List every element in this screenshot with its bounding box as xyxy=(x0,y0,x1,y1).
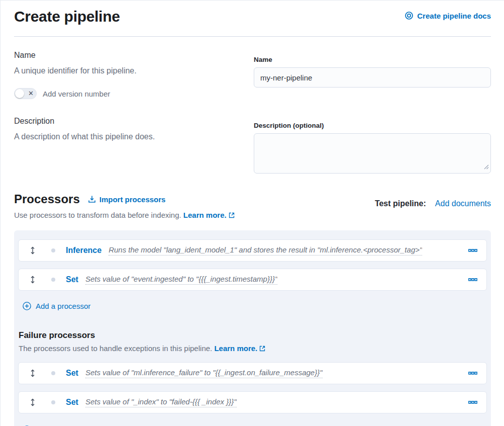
processors-subtitle-text: Use processors to transform data before … xyxy=(14,211,181,219)
test-pipeline-block: Test pipeline: Add documents xyxy=(375,199,491,208)
processor-state-dot xyxy=(51,371,55,375)
create-pipeline-docs-link[interactable]: Create pipeline docs xyxy=(405,11,491,20)
description-group-label: Description xyxy=(14,117,234,126)
processor-menu-button[interactable] xyxy=(466,244,479,257)
processors-subtitle: Use processors to transform data before … xyxy=(14,211,235,220)
drag-handle-icon[interactable] xyxy=(30,369,36,377)
processor-name-link[interactable]: Set xyxy=(66,369,78,378)
processor-state-dot xyxy=(51,400,55,404)
failure-learn-more-link[interactable]: Learn more. xyxy=(214,344,265,353)
add-version-toggle[interactable]: ✕ Add version number xyxy=(14,88,234,99)
name-field-label: Name xyxy=(254,56,491,63)
import-processors-label: Import processors xyxy=(99,195,166,204)
page-header: Create pipeline Create pipeline docs xyxy=(14,7,491,27)
pipeline-description-textarea[interactable] xyxy=(254,133,491,174)
processors-learn-more-link[interactable]: Learn more. xyxy=(183,211,235,219)
processor-name-link[interactable]: Set xyxy=(66,275,78,284)
failure-processors-heading: Failure processors xyxy=(19,330,487,340)
add-processor-label: Add a processor xyxy=(36,302,90,310)
processors-panel: Inference Runs the model "lang_ident_mod… xyxy=(14,230,491,426)
name-group-help: A unique identifier for this pipeline. xyxy=(14,65,234,76)
import-icon xyxy=(88,195,96,203)
add-documents-link[interactable]: Add documents xyxy=(435,199,491,208)
drag-handle-icon[interactable] xyxy=(30,276,36,284)
description-field-label: Description (optional) xyxy=(254,122,491,129)
processor-description: Sets value of "event.ingested" to "{{{_i… xyxy=(85,275,277,285)
drag-handle-icon[interactable] xyxy=(30,398,36,406)
test-pipeline-label: Test pipeline: xyxy=(375,199,426,208)
external-link-icon xyxy=(229,211,235,220)
learn-more-label: Learn more. xyxy=(214,344,257,353)
failure-processors-subtitle: The processors used to handle exceptions… xyxy=(19,344,487,353)
processor-row: Set Sets value of "event.ingested" to "{… xyxy=(18,269,487,291)
page-frame: Create pipeline Create pipeline docs Nam… xyxy=(0,0,504,426)
processor-state-dot xyxy=(51,278,55,282)
description-group-help: A description of what this pipeline does… xyxy=(14,131,234,142)
import-processors-link[interactable]: Import processors xyxy=(88,195,166,204)
docs-link-label: Create pipeline docs xyxy=(417,12,491,20)
toggle-track: ✕ xyxy=(14,88,37,99)
toggle-knob xyxy=(15,89,24,98)
header-divider xyxy=(14,36,491,37)
plus-circle-icon xyxy=(23,302,31,310)
processor-description: Runs the model "lang_ident_model_1" and … xyxy=(109,245,422,255)
processor-description: Sets value of "_index" to "failed-{{{ _i… xyxy=(85,397,237,407)
learn-more-label: Learn more. xyxy=(183,211,227,219)
failure-processor-row: Set Sets value of "ml.inference_failure"… xyxy=(18,362,487,384)
add-processor-button[interactable]: Add a processor xyxy=(23,302,90,310)
processor-description: Sets value of "ml.inference_failure" to … xyxy=(85,368,323,378)
processor-menu-button[interactable] xyxy=(466,396,479,409)
processors-header: Processors Import processors Use process… xyxy=(14,192,491,220)
toggle-off-cross-icon: ✕ xyxy=(28,90,34,98)
processor-name-link[interactable]: Inference xyxy=(66,246,102,255)
description-form-group: Description A description of what this p… xyxy=(14,117,491,174)
documentation-icon xyxy=(405,11,414,20)
page-title: Create pipeline xyxy=(14,7,120,27)
drag-handle-icon[interactable] xyxy=(30,246,36,254)
processor-name-link[interactable]: Set xyxy=(66,398,78,407)
processor-menu-button[interactable] xyxy=(466,273,479,286)
name-group-label: Name xyxy=(14,51,234,60)
processor-menu-button[interactable] xyxy=(466,367,479,380)
external-link-icon xyxy=(259,345,265,353)
failure-processor-row: Set Sets value of "_index" to "failed-{{… xyxy=(18,391,487,413)
name-form-group: Name A unique identifier for this pipeli… xyxy=(14,51,491,99)
add-version-toggle-label: Add version number xyxy=(43,90,110,98)
pipeline-name-input[interactable] xyxy=(254,67,491,88)
processors-heading: Processors xyxy=(14,192,80,206)
processor-row: Inference Runs the model "lang_ident_mod… xyxy=(18,239,487,262)
processor-state-dot xyxy=(51,248,55,252)
failure-subtitle-text: The processors used to handle exceptions… xyxy=(19,344,212,353)
